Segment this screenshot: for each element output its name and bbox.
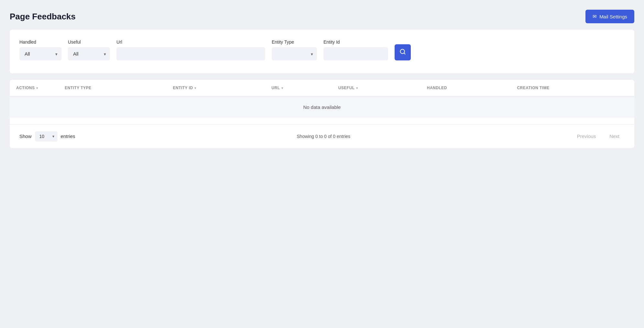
col-header-url: URL ▾ bbox=[265, 80, 332, 96]
table-body: No data available bbox=[10, 96, 634, 118]
url-col-label: URL bbox=[271, 86, 280, 90]
entries-select-wrapper: 10 25 50 100 bbox=[35, 131, 58, 142]
url-input[interactable] bbox=[116, 47, 265, 60]
showing-info: Showing 0 to 0 of 0 entries bbox=[297, 134, 350, 139]
filter-panel: Handled All Yes No Useful All Yes No bbox=[10, 30, 634, 73]
no-data-row: No data available bbox=[10, 96, 634, 118]
url-sort[interactable]: URL ▾ bbox=[271, 86, 283, 90]
envelope-icon: ✉ bbox=[593, 14, 597, 19]
col-header-creation-time: CREATION TIME bbox=[510, 80, 634, 96]
entries-select[interactable]: 10 25 50 100 bbox=[35, 131, 58, 142]
col-header-useful: USEFUL ▾ bbox=[332, 80, 420, 96]
entity-type-select-wrapper bbox=[272, 47, 317, 60]
col-header-entity-type: ENTITY TYPE bbox=[58, 80, 166, 96]
creation-time-col-label: CREATION TIME bbox=[517, 86, 549, 90]
filter-row: Handled All Yes No Useful All Yes No bbox=[19, 39, 625, 60]
entity-type-col-label: ENTITY TYPE bbox=[65, 86, 92, 90]
actions-sort-icon: ▾ bbox=[36, 86, 38, 90]
handled-select-wrapper: All Yes No bbox=[19, 47, 61, 60]
filter-group-useful: Useful All Yes No bbox=[68, 39, 110, 60]
useful-sort[interactable]: USEFUL ▾ bbox=[338, 86, 358, 90]
data-panel: ACTIONS ▾ ENTITY TYPE ENTITY ID ▾ bbox=[10, 80, 634, 148]
col-header-entity-id: ENTITY ID ▾ bbox=[166, 80, 265, 96]
col-header-actions: ACTIONS ▾ bbox=[10, 80, 58, 96]
url-label: Url bbox=[116, 39, 265, 45]
pagination: Previous Next bbox=[572, 131, 625, 142]
filter-group-entity-id: Entity Id bbox=[323, 39, 388, 60]
entity-type-select[interactable] bbox=[272, 47, 317, 60]
handled-label: Handled bbox=[19, 39, 61, 45]
show-entries: Show 10 25 50 100 entries bbox=[19, 131, 75, 142]
useful-sort-icon: ▾ bbox=[356, 86, 358, 90]
filter-group-entity-type: Entity Type bbox=[272, 39, 317, 60]
useful-select[interactable]: All Yes No bbox=[68, 47, 110, 60]
page-title: Page Feedbacks bbox=[10, 12, 76, 22]
search-button[interactable] bbox=[395, 44, 411, 60]
useful-label: Useful bbox=[68, 39, 110, 45]
svg-line-1 bbox=[404, 53, 405, 54]
handled-col-label: HANDLED bbox=[427, 86, 447, 90]
actions-col-label: ACTIONS bbox=[16, 86, 35, 90]
mail-settings-button[interactable]: ✉ Mail Settings bbox=[585, 10, 634, 23]
useful-col-label: USEFUL bbox=[338, 86, 355, 90]
handled-select[interactable]: All Yes No bbox=[19, 47, 61, 60]
table-footer: Show 10 25 50 100 entries Showing 0 to 0… bbox=[10, 124, 634, 148]
page-header: Page Feedbacks ✉ Mail Settings bbox=[10, 10, 634, 23]
data-table: ACTIONS ▾ ENTITY TYPE ENTITY ID ▾ bbox=[10, 80, 634, 118]
entity-id-sort-icon: ▾ bbox=[194, 86, 196, 90]
filter-group-handled: Handled All Yes No bbox=[19, 39, 61, 60]
table-header: ACTIONS ▾ ENTITY TYPE ENTITY ID ▾ bbox=[10, 80, 634, 96]
col-header-handled: HANDLED bbox=[420, 80, 511, 96]
entity-id-input[interactable] bbox=[323, 47, 388, 60]
url-sort-icon: ▾ bbox=[281, 86, 283, 90]
entity-type-label: Entity Type bbox=[272, 39, 317, 45]
filter-group-url: Url bbox=[116, 39, 265, 60]
actions-sort[interactable]: ACTIONS ▾ bbox=[16, 86, 38, 90]
entity-id-sort[interactable]: ENTITY ID ▾ bbox=[173, 86, 196, 90]
entries-label: entries bbox=[61, 133, 75, 139]
search-icon bbox=[399, 48, 406, 57]
no-data-message: No data available bbox=[10, 96, 634, 118]
next-button[interactable]: Next bbox=[604, 131, 625, 142]
show-label: Show bbox=[19, 133, 32, 139]
useful-select-wrapper: All Yes No bbox=[68, 47, 110, 60]
previous-button[interactable]: Previous bbox=[572, 131, 601, 142]
entity-id-label: Entity Id bbox=[323, 39, 388, 45]
mail-settings-label: Mail Settings bbox=[599, 14, 627, 19]
entity-id-col-label: ENTITY ID bbox=[173, 86, 193, 90]
